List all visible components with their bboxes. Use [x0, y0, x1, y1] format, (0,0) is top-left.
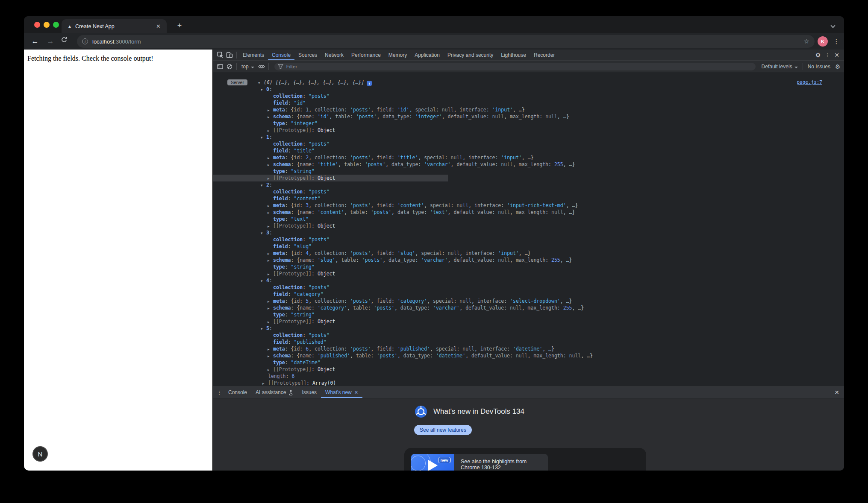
disclosure-triangle[interactable]: ▸	[268, 366, 273, 373]
prototype-row[interactable]: ▸[[Prototype]]: Object	[213, 222, 844, 229]
close-window-button[interactable]	[34, 22, 40, 28]
disclosure-triangle[interactable]: ▾	[261, 86, 266, 93]
prototype-row[interactable]: ▸[[Prototype]]: Object	[213, 127, 844, 134]
maximize-window-button[interactable]	[53, 22, 59, 28]
array-index-row[interactable]: ▾2:	[213, 181, 844, 188]
devtools-tab-memory[interactable]: Memory	[385, 50, 411, 60]
disclosure-triangle[interactable]: ▸	[268, 209, 273, 216]
schema-row[interactable]: ▸schema: {name: 'title', table: 'posts',…	[213, 161, 844, 168]
meta-row[interactable]: ▸meta: {id: 5, collection: 'posts', fiel…	[213, 298, 844, 304]
drawer-close-icon[interactable]: ✕	[832, 388, 842, 397]
disclosure-triangle[interactable]: ▸	[268, 161, 273, 168]
disclosure-triangle[interactable]: ▸	[268, 271, 273, 278]
meta-row[interactable]: ▸meta: {id: 4, collection: 'posts', fiel…	[213, 250, 844, 257]
schema-row[interactable]: ▸schema: {name: 'published', table: 'pos…	[213, 352, 844, 359]
forward-button[interactable]: →	[45, 36, 56, 47]
disclosure-triangle[interactable]: ▾	[261, 278, 266, 284]
meta-row[interactable]: ▸meta: {id: 6, collection: 'posts', fiel…	[213, 345, 844, 352]
issues-counter[interactable]: No Issues	[805, 64, 833, 70]
drawer-tab-close-icon[interactable]: ✕	[354, 390, 358, 395]
drawer-tab-ai-assistance[interactable]: AI assistance	[251, 387, 297, 398]
highlights-list-item[interactable]: new See also the highlights from Chrome …	[411, 454, 548, 471]
disclosure-triangle[interactable]: ▸	[268, 353, 273, 360]
devtools-tab-network[interactable]: Network	[321, 50, 347, 60]
devtools-tab-recorder[interactable]: Recorder	[530, 50, 559, 60]
devtools-tab-console[interactable]: Console	[268, 50, 294, 60]
reload-button[interactable]	[61, 36, 71, 47]
source-location-link[interactable]: page.js:7	[797, 79, 822, 86]
browser-tab[interactable]: ▲ Create Next App ✕	[62, 19, 167, 33]
disclosure-triangle[interactable]: ▸	[268, 223, 273, 230]
devtools-tab-sources[interactable]: Sources	[294, 50, 321, 60]
tab-close-icon[interactable]: ✕	[154, 23, 162, 29]
prototype-row[interactable]: ▸[[Prototype]]: Object	[213, 270, 844, 277]
prototype-row[interactable]: ▸[[Prototype]]: Object	[213, 175, 844, 181]
devtools-settings-icon[interactable]: ⚙	[813, 51, 823, 59]
devtools-menu-icon[interactable]: ⋮	[823, 51, 832, 59]
log-levels-dropdown[interactable]: Default levels	[759, 64, 800, 70]
console-filter-input[interactable]: Filter	[274, 63, 756, 70]
inspect-element-icon[interactable]	[215, 51, 225, 59]
schema-row[interactable]: ▸schema: {name: 'slug', table: 'posts', …	[213, 257, 844, 263]
disclosure-triangle[interactable]: ▾	[261, 325, 266, 332]
array-index-row[interactable]: ▾4:	[213, 277, 844, 284]
meta-row[interactable]: ▸meta: {id: 3, collection: 'posts', fiel…	[213, 202, 844, 209]
meta-row[interactable]: ▸meta: {id: 2, collection: 'posts', fiel…	[213, 154, 844, 161]
execution-context-selector[interactable]: top	[239, 64, 257, 70]
see-all-features-button[interactable]: See all new features	[414, 425, 472, 435]
devtools-tab-privacy-and-security[interactable]: Privacy and security	[444, 50, 497, 60]
disclosure-triangle[interactable]: ▾	[261, 134, 266, 141]
minimize-window-button[interactable]	[44, 22, 50, 28]
bookmark-star-icon[interactable]: ☆	[804, 38, 809, 45]
disclosure-triangle[interactable]: ▾	[261, 182, 266, 189]
disclosure-triangle[interactable]: ▸	[268, 305, 273, 312]
devtools-tab-application[interactable]: Application	[411, 50, 444, 60]
schema-row[interactable]: ▸schema: {name: 'category', table: 'post…	[213, 304, 844, 311]
disclosure-triangle[interactable]: ▸	[268, 175, 273, 182]
drawer-tab-issues[interactable]: Issues	[297, 387, 321, 398]
disclosure-triangle[interactable]: ▸	[268, 319, 273, 325]
schema-row[interactable]: ▸schema: {name: 'content', table: 'posts…	[213, 209, 844, 216]
disclosure-triangle[interactable]: ▸	[268, 202, 273, 209]
disclosure-triangle[interactable]: ▸	[268, 346, 273, 353]
back-button[interactable]: ←	[30, 36, 40, 47]
devtools-tab-performance[interactable]: Performance	[347, 50, 385, 60]
disclosure-triangle[interactable]: ▸	[262, 380, 268, 386]
drawer-tab-console[interactable]: Console	[224, 387, 251, 398]
nextjs-devtools-button[interactable]: N	[32, 446, 48, 462]
disclosure-triangle[interactable]: ▸	[268, 107, 273, 114]
browser-menu-icon[interactable]: ⋮	[833, 36, 840, 47]
array-index-row[interactable]: ▾0:	[213, 86, 844, 93]
live-expression-eye-icon[interactable]	[257, 62, 266, 71]
meta-row[interactable]: ▸meta: {id: 1, collection: 'posts', fiel…	[213, 106, 844, 113]
clear-console-icon[interactable]	[225, 62, 234, 71]
devtools-close-icon[interactable]: ✕	[832, 51, 842, 59]
console-info-icon[interactable]: i	[367, 81, 372, 86]
drawer-menu-icon[interactable]: ⋮	[215, 388, 224, 397]
new-tab-button[interactable]: +	[174, 20, 185, 32]
disclosure-triangle[interactable]: ▸	[268, 114, 273, 120]
site-info-icon[interactable]: i	[82, 38, 88, 44]
tab-search-chevron-icon[interactable]	[831, 21, 838, 28]
console-sidebar-icon[interactable]	[215, 62, 225, 71]
profile-avatar[interactable]: K	[818, 36, 828, 47]
prototype-row[interactable]: ▸[[Prototype]]: Object	[213, 318, 844, 325]
disclosure-triangle[interactable]: ▸	[268, 155, 273, 161]
disclosure-triangle[interactable]: ▸	[268, 250, 273, 257]
array-prototype-row[interactable]: ▸[[Prototype]]: Array(0)	[213, 380, 844, 386]
array-index-row[interactable]: ▾1:	[213, 134, 844, 140]
console-message-preview[interactable]: ▾Server(6) [{…}, {…}, {…}, {…}, {…}, {…}…	[213, 79, 844, 86]
disclosure-triangle[interactable]: ▸	[268, 298, 273, 305]
disclosure-triangle[interactable]: ▸	[268, 127, 273, 134]
console-settings-icon[interactable]: ⚙	[833, 62, 842, 71]
device-toolbar-icon[interactable]	[225, 51, 234, 59]
drawer-tab-what-s-new[interactable]: What's new✕	[321, 387, 362, 398]
array-index-row[interactable]: ▾5:	[213, 325, 844, 332]
disclosure-triangle[interactable]: ▸	[268, 257, 273, 264]
prototype-row[interactable]: ▸[[Prototype]]: Object	[213, 366, 844, 373]
schema-row[interactable]: ▸schema: {name: 'id', table: 'posts', da…	[213, 113, 844, 120]
disclosure-triangle[interactable]: ▾	[261, 230, 266, 237]
devtools-tab-lighthouse[interactable]: Lighthouse	[497, 50, 530, 60]
url-bar[interactable]: i localhost:3000/form ☆	[77, 35, 815, 48]
disclosure-triangle[interactable]: ▾	[258, 79, 264, 86]
